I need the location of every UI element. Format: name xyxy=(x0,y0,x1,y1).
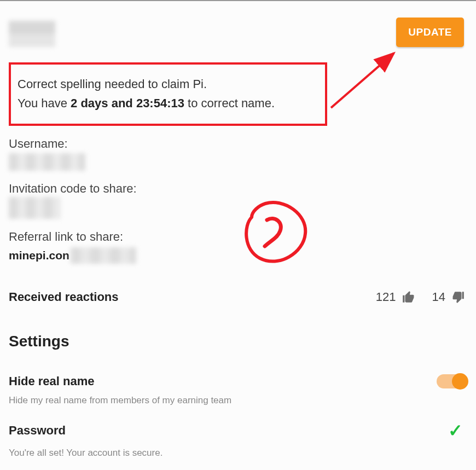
hide-real-name-title: Hide real name xyxy=(9,374,437,388)
thumbs-up-icon[interactable] xyxy=(402,290,416,304)
password-desc: You're all set! Your account is secure. xyxy=(9,448,467,459)
warning-line-1: Correct spelling needed to claim Pi. xyxy=(18,74,318,94)
referral-link-value: minepi.con xyxy=(9,249,69,262)
name-censored xyxy=(9,21,55,47)
thumbs-down-icon[interactable] xyxy=(451,290,465,304)
hide-real-name-toggle[interactable] xyxy=(437,374,467,388)
toggle-knob xyxy=(452,373,468,390)
upvote-count: 121 xyxy=(376,290,396,304)
update-button[interactable]: UPDATE xyxy=(396,18,464,47)
invitation-code-censored xyxy=(9,197,61,219)
invitation-code-label: Invitation code to share: xyxy=(9,182,467,196)
downvote-count: 14 xyxy=(432,290,445,304)
checkmark-icon: ✓ xyxy=(448,420,463,441)
warning-prefix: You have xyxy=(18,96,71,110)
warning-countdown: 2 days and 23:54:13 xyxy=(71,96,184,110)
reactions-row: Received reactions 121 14 xyxy=(9,290,467,304)
warning-suffix: to correct name. xyxy=(184,96,275,110)
password-row: Password ✓ xyxy=(9,420,467,441)
spelling-warning-box: Correct spelling needed to claim Pi. You… xyxy=(9,62,327,126)
reactions-label: Received reactions xyxy=(9,290,376,304)
referral-link-censored xyxy=(71,247,136,264)
hide-real-name-desc: Hide my real name from members of my ear… xyxy=(9,395,467,406)
referral-link-label: Referral link to share: xyxy=(9,230,467,244)
username-label: Username: xyxy=(9,137,467,151)
username-censored xyxy=(9,153,85,171)
hide-real-name-row: Hide real name xyxy=(9,374,467,388)
warning-line-2: You have 2 days and 23:54:13 to correct … xyxy=(18,94,318,113)
settings-heading: Settings xyxy=(9,333,467,350)
password-title: Password xyxy=(9,423,448,438)
